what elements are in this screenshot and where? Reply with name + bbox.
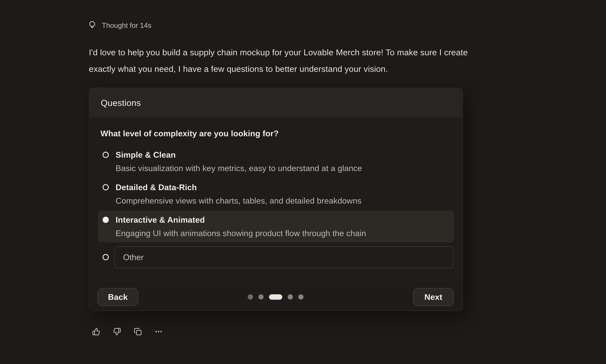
assistant-message: I'd love to help you build a supply chai… — [89, 44, 468, 77]
option-description: Comprehensive views with charts, tables,… — [116, 195, 449, 206]
message-line: exactly what you need, I have a few ques… — [89, 61, 468, 77]
message-line: I'd love to help you build a supply chai… — [89, 44, 468, 61]
other-option-input[interactable] — [114, 246, 454, 268]
pagination-dot-active — [269, 294, 282, 300]
message-actions — [92, 328, 162, 336]
option-description: Basic visualization with key metrics, ea… — [116, 163, 449, 173]
questions-card-footer: Back Next — [89, 283, 463, 311]
copy-button[interactable] — [134, 328, 142, 336]
radio-unselected-icon[interactable] — [103, 184, 109, 190]
option-interactive-animated[interactable]: Interactive & Animated Engaging UI with … — [98, 211, 454, 242]
chat-message-view: Thought for 14s I'd love to help you bui… — [0, 0, 606, 364]
pagination-dots — [248, 294, 304, 300]
pagination-dot — [288, 294, 293, 299]
option-title: Simple & Clean — [116, 150, 449, 160]
thumbs-down-icon — [113, 328, 121, 336]
thumbs-up-button[interactable] — [92, 328, 100, 336]
back-button[interactable]: Back — [97, 288, 138, 306]
thought-label: Thought for 14s — [102, 21, 151, 29]
option-description: Engaging UI with animations showing prod… — [116, 228, 449, 238]
thumbs-down-button[interactable] — [113, 328, 121, 336]
thought-toggle[interactable]: Thought for 14s — [89, 21, 151, 30]
option-detailed-data-rich[interactable]: Detailed & Data-Rich Comprehensive views… — [89, 182, 463, 206]
question-text: What level of complexity are you looking… — [100, 129, 451, 138]
radio-unselected-icon[interactable] — [103, 254, 109, 260]
pagination-dot — [248, 294, 253, 299]
questions-card-header: Questions — [89, 88, 463, 118]
pagination-dot — [298, 294, 304, 299]
questions-card: Questions What level of complexity are y… — [89, 88, 463, 311]
option-simple-clean[interactable]: Simple & Clean Basic visualization with … — [89, 150, 463, 173]
thumbs-up-icon — [92, 328, 100, 336]
option-other[interactable] — [89, 246, 463, 268]
more-options-button[interactable] — [155, 328, 162, 336]
more-options-icon — [155, 328, 162, 336]
radio-selected-icon[interactable] — [103, 217, 109, 223]
radio-unselected-icon[interactable] — [103, 152, 109, 158]
questions-card-body: What level of complexity are you looking… — [89, 118, 463, 283]
pagination-dot — [258, 294, 264, 299]
copy-icon — [134, 328, 142, 336]
option-title: Detailed & Data-Rich — [116, 182, 449, 193]
lightbulb-icon — [89, 21, 96, 30]
option-title: Interactive & Animated — [116, 215, 449, 225]
next-button[interactable]: Next — [413, 288, 454, 306]
card-title: Questions — [101, 98, 141, 108]
